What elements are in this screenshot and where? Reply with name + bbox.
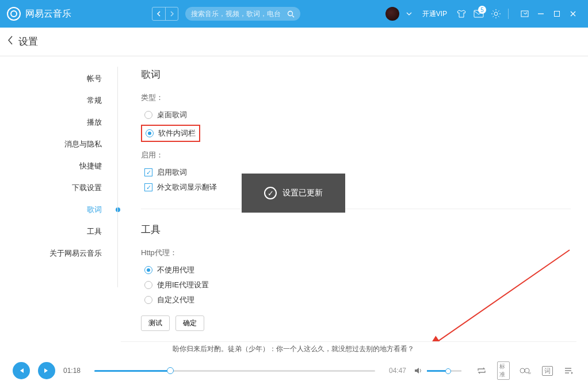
prev-track-button[interactable] xyxy=(13,362,30,379)
sidebar-item-label: 歌词 xyxy=(87,205,102,214)
check-icon: ✓ xyxy=(144,183,152,191)
progress-bar[interactable] xyxy=(94,370,375,372)
volume-icon xyxy=(414,367,423,375)
messages-badge: 5 xyxy=(478,6,486,14)
radio-icon xyxy=(144,266,152,274)
sidebar-item-tools[interactable]: 工具 xyxy=(0,221,118,242)
radio-label: 软件内词栏 xyxy=(158,128,196,138)
svg-point-8 xyxy=(520,368,525,373)
subheader: 设置 xyxy=(0,28,588,56)
radio-label: 自定义代理 xyxy=(157,295,194,305)
radio-label: 使用IE代理设置 xyxy=(157,280,209,290)
sidebar-item-label: 工具 xyxy=(87,227,102,236)
minimize-icon xyxy=(537,10,544,17)
sidebar-item-lyrics[interactable]: 歌词 xyxy=(0,199,118,221)
settings-sidebar: 帐号 常规 播放 消息与隐私 快捷键 下载设置 歌词 工具 关于网易云音乐 xyxy=(0,56,118,345)
sidebar-item-label: 下载设置 xyxy=(72,183,102,192)
messages-button[interactable]: 5 xyxy=(470,5,487,22)
confirm-button[interactable]: 确定 xyxy=(175,315,204,331)
sidebar-item-label: 常规 xyxy=(87,96,102,105)
field-label-enable: 启用 xyxy=(141,150,571,160)
field-label-proxy: Http代理 xyxy=(141,248,571,258)
sidebar-item-playback[interactable]: 播放 xyxy=(0,111,118,133)
skin-button[interactable] xyxy=(453,5,470,22)
toast-settings-updated: ✓ 设置已更新 xyxy=(242,174,345,213)
svg-point-3 xyxy=(494,12,498,16)
maximize-button[interactable] xyxy=(549,6,565,22)
total-time: 04:47 xyxy=(383,367,406,375)
user-avatar[interactable] xyxy=(385,7,399,21)
search-box[interactable] xyxy=(185,7,300,21)
playlist-icon xyxy=(564,367,574,375)
sidebar-item-download[interactable]: 下载设置 xyxy=(0,177,118,199)
nav-forward-button[interactable] xyxy=(165,7,178,20)
back-button[interactable] xyxy=(7,35,14,48)
sidebar-item-label: 帐号 xyxy=(87,74,102,83)
field-label-type: 类型 xyxy=(141,93,571,103)
mini-mode-button[interactable] xyxy=(517,6,533,22)
svg-rect-6 xyxy=(555,11,560,17)
section-divider xyxy=(141,209,571,209)
radio-icon xyxy=(146,129,154,137)
sidebar-item-label: 消息与隐私 xyxy=(64,140,102,148)
sidebar-item-account[interactable]: 帐号 xyxy=(0,68,118,90)
search-input[interactable] xyxy=(191,10,287,18)
elapsed-time: 01:18 xyxy=(63,367,86,375)
checkbox-show-translation[interactable]: ✓ 外文歌词显示翻译 xyxy=(141,180,571,195)
loop-button[interactable] xyxy=(475,367,488,375)
search-icon xyxy=(287,10,295,18)
window-controls xyxy=(517,6,581,22)
volume-slider[interactable] xyxy=(427,370,461,372)
mini-icon xyxy=(521,10,529,17)
vip-label: 开通VIP xyxy=(422,9,447,19)
sidebar-item-label: 关于网易云音乐 xyxy=(49,249,102,257)
quality-button[interactable]: 标准 xyxy=(497,361,510,380)
sidebar-item-label: 播放 xyxy=(87,118,102,126)
section-title-lyrics: 歌词 xyxy=(141,68,571,81)
sidebar-item-general[interactable]: 常规 xyxy=(0,90,118,111)
check-icon: ✓ xyxy=(144,168,152,176)
settings-button[interactable] xyxy=(487,5,505,22)
nav-back-button[interactable] xyxy=(152,7,165,20)
settings-content: 歌词 类型 桌面歌词 软件内词栏 启用 ✓ 启用歌词 ✓ 外文歌词显示翻译 工具… xyxy=(118,56,588,345)
sidebar-item-privacy[interactable]: 消息与隐私 xyxy=(0,133,118,155)
test-button[interactable]: 测试 xyxy=(141,315,170,331)
minimize-button[interactable] xyxy=(533,6,549,22)
maximize-icon xyxy=(553,10,560,17)
next-track-button[interactable] xyxy=(38,362,55,379)
volume-control[interactable] xyxy=(414,367,461,375)
logo-icon xyxy=(7,7,21,21)
radio-desktop-lyric[interactable]: 桌面歌词 xyxy=(141,107,571,122)
sound-effect-button[interactable]: on xyxy=(519,367,532,375)
radio-proxy-custom[interactable]: 自定义代理 xyxy=(141,292,571,307)
toast-text: 设置已更新 xyxy=(282,188,323,198)
close-button[interactable] xyxy=(565,6,581,22)
sidebar-item-about[interactable]: 关于网易云音乐 xyxy=(0,242,118,264)
close-icon xyxy=(570,10,576,17)
chevron-right-icon xyxy=(170,11,174,17)
radio-icon xyxy=(144,111,152,119)
svg-text:on: on xyxy=(528,371,531,375)
checkbox-label: 外文歌词显示翻译 xyxy=(157,182,217,192)
user-dropdown-icon[interactable] xyxy=(406,12,412,16)
shirt-icon xyxy=(456,9,467,18)
app-logo[interactable]: 网易云音乐 xyxy=(7,7,71,21)
sidebar-item-shortcuts[interactable]: 快捷键 xyxy=(0,155,118,177)
radio-label: 桌面歌词 xyxy=(157,110,187,120)
lyric-text: 盼你归来后对酌。徒弟（少年）：你一个人这么久，就没想过去别的地方看看？ xyxy=(173,344,414,354)
lyric-toggle-label: 词 xyxy=(542,366,553,376)
radio-inapp-lyric[interactable]: 软件内词栏 xyxy=(146,128,196,138)
lyric-strip[interactable]: 盼你归来后对酌。徒弟（少年）：你一个人这么久，就没想过去别的地方看看？ xyxy=(121,341,576,356)
radio-proxy-none[interactable]: 不使用代理 xyxy=(141,263,571,278)
chevron-left-icon xyxy=(7,35,14,45)
quality-label: 标准 xyxy=(497,361,510,380)
progress-knob[interactable] xyxy=(167,367,174,374)
next-icon xyxy=(43,367,50,374)
radio-label: 不使用代理 xyxy=(157,265,194,275)
checkbox-enable-lyrics[interactable]: ✓ 启用歌词 xyxy=(141,165,571,180)
lyric-toggle-button[interactable]: 词 xyxy=(541,366,553,376)
vip-link[interactable]: 开通VIP xyxy=(422,9,447,19)
effect-icon: on xyxy=(520,367,531,375)
radio-proxy-ie[interactable]: 使用IE代理设置 xyxy=(141,278,571,292)
playlist-button[interactable] xyxy=(563,367,575,375)
